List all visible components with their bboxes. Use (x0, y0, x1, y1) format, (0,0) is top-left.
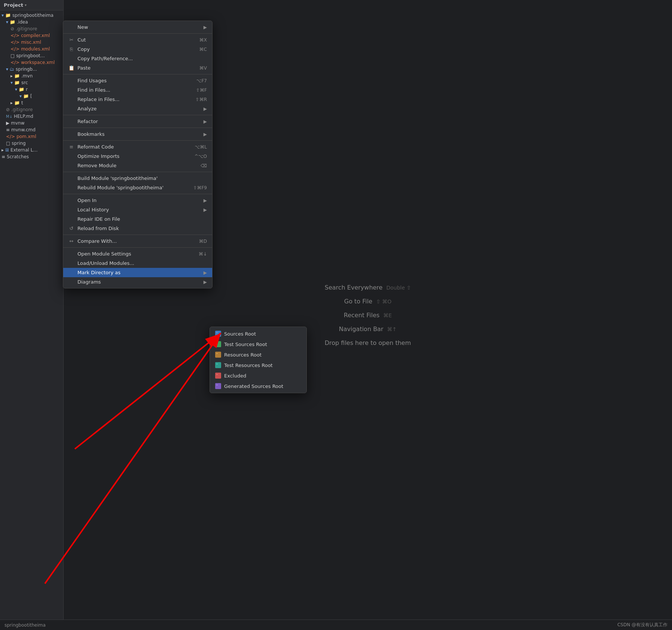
menu-item-reformat[interactable]: ≡ Reformat Code ⌥⌘L (63, 142, 212, 152)
hint-shortcut: ⇧ ⌘O (376, 299, 391, 305)
hint-shortcut: ⌘E (383, 312, 392, 318)
menu-item-remove-module[interactable]: Remove Module ⌫ (63, 161, 212, 170)
menu-item-bookmarks[interactable]: Bookmarks ▶ (63, 129, 212, 139)
menu-item-diagrams[interactable]: Diagrams ▶ (63, 277, 212, 287)
menu-label: Mark Directory as (77, 270, 120, 275)
separator (63, 140, 212, 141)
hint-recent-files: Recent Files ⌘E (344, 312, 392, 319)
submenu-item-test-sources-root[interactable]: Test Sources Root (210, 339, 306, 349)
menu-label: Copy Path/Reference... (77, 56, 133, 61)
submenu-item-excluded[interactable]: Excluded (210, 370, 306, 381)
tree-item-gitignore[interactable]: ⊘ .gitignore (0, 25, 63, 32)
chevron-icon: ▾ (15, 87, 17, 92)
tree-item-src[interactable]: ▾ 📁 src (0, 79, 63, 86)
menu-label: Optimize Imports (77, 153, 119, 159)
svg-rect-5 (216, 353, 218, 354)
tree-item-scratches[interactable]: ≡ Scratches (0, 153, 63, 160)
tree-label: HELP.md (14, 114, 33, 119)
menu-item-refactor[interactable]: Refactor ▶ (63, 117, 212, 126)
shortcut: ⇧⌘F9 (193, 185, 207, 190)
menu-item-module-settings[interactable]: Open Module Settings ⌘↓ (63, 249, 212, 259)
tree-item-compiler[interactable]: </> compiler.xml (0, 32, 63, 39)
tree-label: mvnw (11, 120, 24, 126)
menu-item-analyze[interactable]: Analyze ▶ (63, 104, 212, 113)
menu-label: Refactor (77, 119, 98, 124)
arrow-icon: ▶ (204, 132, 207, 137)
tree-item-module[interactable]: ▾ 🗂 springb… (0, 66, 63, 73)
menu-item-replace-files[interactable]: Replace in Files... ⇧⌘R (63, 95, 212, 104)
svg-rect-10 (216, 385, 220, 388)
test-sources-root-icon (215, 341, 221, 347)
svg-rect-1 (216, 332, 218, 333)
tree-item-workspace[interactable]: </> workspace.xml (0, 59, 63, 66)
tree-item-spring[interactable]: □ spring (0, 140, 63, 147)
git-icon: ⊘ (6, 107, 10, 112)
menu-label: Paste (77, 65, 91, 71)
tree-label: pom.xml (16, 134, 36, 139)
tree-item-t[interactable]: ▸ 📁 t (0, 100, 63, 106)
tree-item-external[interactable]: ▸ ⊞ External L… (0, 147, 63, 153)
menu-item-repair[interactable]: Repair IDE on File (63, 214, 212, 224)
separator (63, 194, 212, 194)
svg-rect-11 (216, 385, 218, 385)
svg-rect-9 (216, 374, 218, 375)
tree-item-main[interactable]: ▾ 📁 r (0, 86, 63, 93)
menu-item-load-modules[interactable]: Load/Unload Modules... (63, 259, 212, 268)
tree-item-modules[interactable]: </> modules.xml (0, 46, 63, 52)
submenu-item-generated-sources[interactable]: Generated Sources Root (210, 381, 306, 391)
menu-item-find-usages[interactable]: Find Usages ⌥F7 (63, 76, 212, 85)
hint-label: Search Everywhere (325, 284, 383, 291)
menu-label: Local History (77, 207, 109, 212)
tree-item-mvn[interactable]: ▸ 📁 .mvn (0, 73, 63, 79)
tree-item-misc[interactable]: </> misc.xml (0, 39, 63, 46)
submenu-item-resources-root[interactable]: Resources Root (210, 349, 306, 360)
hint-nav-bar: Navigation Bar ⌘↑ (339, 325, 397, 333)
tree-item-idea[interactable]: ▾ 📁 .idea (0, 19, 63, 25)
tree-item-mvnwcmd[interactable]: ≡ mvnw.cmd (0, 126, 63, 133)
svg-rect-6 (216, 364, 220, 367)
menu-item-new[interactable]: New ▶ (63, 22, 212, 32)
project-panel-title[interactable]: Project ▾ (0, 0, 63, 10)
menu-label: Replace in Files... (77, 97, 119, 102)
menu-item-optimize[interactable]: Optimize Imports ^⌥O (63, 152, 212, 161)
submenu-label: Sources Root (224, 331, 256, 337)
shortcut: ⌘V (199, 65, 207, 71)
menu-item-find-files[interactable]: Find in Files... ⇧⌘F (63, 85, 212, 95)
menu-item-copy-path[interactable]: Copy Path/Reference... (63, 54, 212, 63)
svg-rect-7 (216, 364, 218, 364)
file-icon: □ (10, 53, 15, 58)
shortcut: ⌘↓ (199, 251, 207, 257)
menu-label: Reformat Code (77, 144, 114, 150)
menu-item-build-module[interactable]: Build Module 'springbootitheima' (63, 174, 212, 183)
tree-item-iml[interactable]: □ springboot… (0, 52, 63, 59)
menu-item-compare[interactable]: ↔ Compare With... ⌘D (63, 236, 212, 246)
submenu-mark-directory-as: Sources Root Test Sources Root Resources… (210, 327, 307, 393)
tree-label: springbootitheima (12, 13, 54, 18)
menu-label: Find in Files... (77, 87, 110, 93)
tree-item-pom[interactable]: </> pom.xml (0, 133, 63, 140)
tree-item-springboot[interactable]: ▾ 📁 springbootitheima (0, 12, 63, 19)
submenu-item-test-resources-root[interactable]: Test Resources Root (210, 360, 306, 370)
tree-item-mvnw[interactable]: ▶ mvnw (0, 120, 63, 126)
tree-label: mvnw.cmd (11, 127, 36, 132)
menu-item-local-history[interactable]: Local History ▶ (63, 205, 212, 214)
tree-item-helpmd[interactable]: M↓ HELP.md (0, 113, 63, 120)
menu-item-mark-directory[interactable]: Mark Directory as ▶ (63, 268, 212, 277)
menu-item-copy[interactable]: ⎘ Copy ⌘C (63, 45, 212, 54)
tree-item-sub[interactable]: ▾ 📁 [ (0, 93, 63, 100)
tree-label: r (26, 87, 28, 92)
submenu-item-sources-root[interactable]: Sources Root (210, 328, 306, 339)
tree-item-gitignore2[interactable]: ⊘ .gitignore (0, 106, 63, 113)
menu-item-reload[interactable]: ↺ Reload from Disk (63, 224, 212, 233)
menu-label: Open In (77, 198, 97, 203)
reformat-icon: ≡ (68, 144, 74, 150)
tree-label: src (21, 80, 28, 85)
menu-item-paste[interactable]: 📋 Paste ⌘V (63, 63, 212, 73)
menu-item-cut[interactable]: ✂ Cut ⌘X (63, 35, 212, 45)
menu-label: Build Module 'springbootitheima' (77, 175, 158, 181)
menu-item-open-in[interactable]: Open In ▶ (63, 196, 212, 205)
resources-root-icon (215, 352, 221, 358)
tree-label: [ (30, 94, 32, 99)
menu-item-rebuild-module[interactable]: Rebuild Module 'springbootitheima' ⇧⌘F9 (63, 183, 212, 192)
menu-label: Analyze (77, 106, 97, 111)
